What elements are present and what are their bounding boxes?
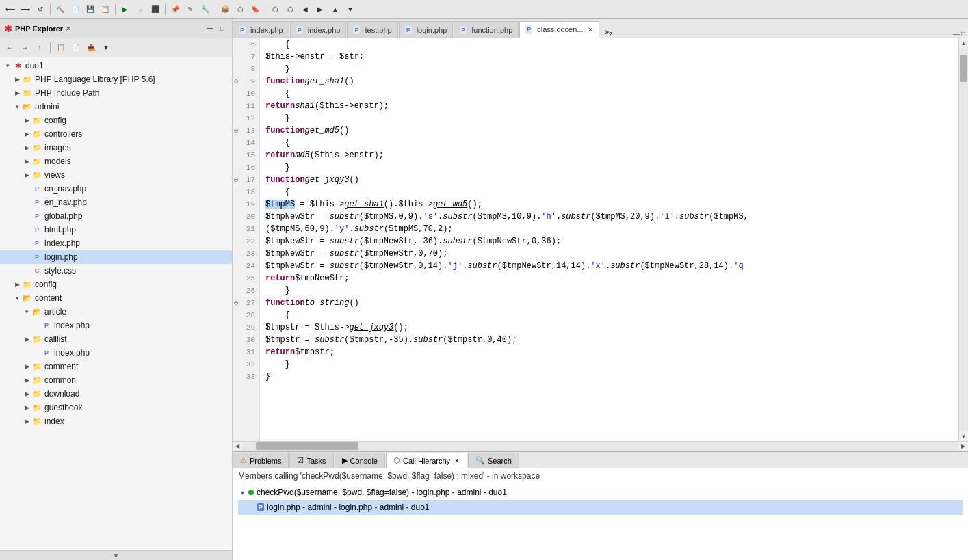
toolbar-btn-13[interactable]: 🔖	[248, 3, 262, 16]
call-tree-sub-item[interactable]: P login.php - admini - login.php - admin…	[238, 500, 963, 515]
toolbar-btn-2[interactable]: ⟶	[18, 3, 32, 16]
sidebar-minimize-btn[interactable]: —	[205, 23, 215, 34]
minimize-editor-btn[interactable]: —	[953, 30, 960, 38]
sidebar-item-content[interactable]: ▾ 📂 content	[0, 291, 232, 305]
sidebar-item-config-top[interactable]: ▶ 📁 config	[0, 278, 232, 291]
calllist-label: calllist	[44, 334, 67, 344]
problems-label: Problems	[250, 457, 281, 465]
toolbar-btn-4[interactable]: 🔨	[53, 3, 67, 16]
toolbar-btn-7[interactable]: 📋	[99, 3, 112, 16]
sidebar-item-article-index[interactable]: ▶ P index.php	[0, 319, 232, 332]
editor-hscrollbar[interactable]: ◀ ▶	[233, 441, 968, 451]
sidebar-item-common[interactable]: ▶ 📁 common	[0, 373, 232, 387]
bottom-tab-search[interactable]: 🔍 Search	[468, 453, 519, 468]
toolbar-btn-nav-back[interactable]: ◀	[298, 3, 312, 16]
vscrollbar-thumb[interactable]	[960, 55, 967, 82]
toolbar-btn-15[interactable]: ⬡	[283, 3, 297, 16]
sidebar-link-editor[interactable]: 📄	[69, 41, 83, 55]
toolbar-btn-1[interactable]: ⟵	[3, 3, 17, 16]
cn-nav-label: cn_nav.php	[44, 184, 86, 194]
sidebar-item-html[interactable]: ▶ P html.php	[0, 223, 232, 237]
sidebar-item-views[interactable]: ▶ 📁 views	[0, 168, 232, 182]
sidebar-nav-back[interactable]: ←	[3, 41, 16, 55]
toolbar-btn-3[interactable]: ↺	[34, 3, 47, 16]
sidebar-item-guestbook[interactable]: ▶ 📁 guestbook	[0, 401, 232, 414]
tabs-overflow-btn[interactable]: »2	[603, 28, 615, 38]
toolbar-btn-11[interactable]: 📦	[218, 3, 232, 16]
vscrollbar-track[interactable]	[959, 48, 968, 431]
code-line-26: }	[260, 284, 958, 297]
call-hierarchy-close[interactable]: ✕	[454, 457, 460, 464]
sidebar-nav-menu[interactable]: ▼	[99, 41, 113, 55]
toolbar-btn-9[interactable]: ✎	[183, 3, 197, 16]
toolbar-btn-6[interactable]: 💾	[83, 3, 97, 16]
sidebar-item-comment[interactable]: ▶ 📁 comment	[0, 360, 232, 373]
toolbar-btn-14[interactable]: ⬡	[268, 3, 282, 16]
toolbar-btn-5[interactable]: 📄	[68, 3, 82, 16]
hscrollbar-right[interactable]: ▶	[958, 442, 968, 451]
toolbar-btn-nav-up[interactable]: ▲	[328, 3, 342, 16]
sidebar-item-style[interactable]: ▶ C style.css	[0, 264, 232, 278]
sidebar-item-calllist-index[interactable]: ▶ P index.php	[0, 346, 232, 360]
sidebar-item-cn-nav[interactable]: ▶ P cn_nav.php	[0, 182, 232, 196]
sidebar-item-article[interactable]: ▾ 📂 article	[0, 305, 232, 319]
toolbar-btn-10[interactable]: 🔧	[198, 3, 212, 16]
vscrollbar-down[interactable]: ▼	[959, 431, 969, 441]
toolbar-btn-nav-down[interactable]: ▼	[343, 3, 357, 16]
sidebar-collapse-all[interactable]: 📋	[54, 41, 68, 55]
sidebar-item-duo1[interactable]: ▾ ✱ duo1	[0, 59, 232, 72]
vscrollbar-up[interactable]: ▲	[959, 38, 969, 48]
sidebar-item-download[interactable]: ▶ 📁 download	[0, 387, 232, 401]
tab-class-close[interactable]: ✕	[588, 26, 593, 34]
sidebar-item-index-content[interactable]: ▶ 📁 index	[0, 414, 232, 428]
tab-test[interactable]: P test.php	[347, 21, 397, 38]
bottom-tab-tasks[interactable]: ☑ Tasks	[289, 453, 333, 468]
tab-index1[interactable]: P index.php	[233, 21, 289, 38]
editor-vscrollbar[interactable]: ▲ ▼	[958, 38, 968, 441]
sidebar-nav-import[interactable]: 📥	[84, 41, 98, 55]
sidebar-item-models[interactable]: ▶ 📁 models	[0, 155, 232, 168]
call-tree-root[interactable]: ▾ checkPwd($username, $pwd, $flag=false)…	[238, 485, 963, 500]
hscrollbar-left[interactable]: ◀	[233, 442, 242, 451]
sidebar-item-config-sub[interactable]: ▶ 📁 config	[0, 114, 232, 127]
sidebar-scroll-down[interactable]: ▼	[0, 550, 232, 560]
tab-index2[interactable]: P index.php	[290, 21, 347, 38]
content-label: content	[35, 293, 62, 303]
sidebar-item-controllers[interactable]: ▶ 📁 controllers	[0, 127, 232, 141]
sidebar-item-images[interactable]: ▶ 📁 images	[0, 141, 232, 155]
bottom-tab-console[interactable]: ▶ Console	[335, 453, 385, 468]
sidebar-item-en-nav[interactable]: ▶ P en_nav.php	[0, 196, 232, 209]
toolbar-btn-8[interactable]: 📌	[168, 3, 182, 16]
tab-login-label: login.php	[417, 26, 447, 34]
models-label: models	[44, 157, 71, 166]
tab-function[interactable]: P function.php	[454, 21, 519, 38]
views-arrow: ▶	[22, 170, 31, 180]
toolbar-btn-12[interactable]: ⬡	[233, 3, 247, 16]
hscrollbar-thumb[interactable]	[256, 442, 358, 450]
sidebar-item-global[interactable]: ▶ P global.php	[0, 209, 232, 223]
tab-class-docen[interactable]: P class.docen... ✕	[519, 21, 599, 38]
bottom-tab-problems[interactable]: ⚠ Problems	[233, 453, 289, 468]
toolbar-debug-btn[interactable]: ⬦	[133, 3, 147, 16]
common-arrow: ▶	[22, 375, 31, 385]
hscrollbar-track[interactable]	[242, 442, 958, 451]
sidebar-item-php-include[interactable]: ▶ 📁 PHP Include Path	[0, 86, 232, 100]
ln-14: 14	[233, 137, 259, 149]
sidebar-nav-fwd[interactable]: →	[18, 41, 31, 55]
tabs-right-buttons: — □	[953, 30, 968, 38]
sidebar-item-calllist[interactable]: ▶ 📁 calllist	[0, 332, 232, 346]
sidebar-item-php-lang[interactable]: ▶ 📁 PHP Language Library [PHP 5.6]	[0, 72, 232, 86]
code-content[interactable]: { $this->enstr = $str; } function get_sh…	[260, 38, 958, 441]
bottom-tab-call-hierarchy[interactable]: ⬡ Call Hierarchy ✕	[386, 453, 467, 468]
tab-login[interactable]: P login.php	[399, 21, 454, 38]
sidebar-maximize-btn[interactable]: □	[217, 23, 228, 34]
sidebar-item-index-admini[interactable]: ▶ P index.php	[0, 237, 232, 250]
toolbar-btn-nav-fwd[interactable]: ▶	[313, 3, 327, 16]
sidebar-item-login[interactable]: ▶ P login.php	[0, 250, 232, 264]
maximize-editor-btn[interactable]: □	[961, 30, 965, 38]
toolbar-stop-btn[interactable]: ⬛	[148, 3, 162, 16]
code-line-31: return $tmpstr;	[260, 346, 958, 358]
sidebar-item-admini[interactable]: ▾ 📂 admini	[0, 100, 232, 114]
toolbar-run-btn[interactable]: ▶	[118, 3, 132, 16]
sidebar-nav-up[interactable]: ↑	[33, 41, 47, 55]
